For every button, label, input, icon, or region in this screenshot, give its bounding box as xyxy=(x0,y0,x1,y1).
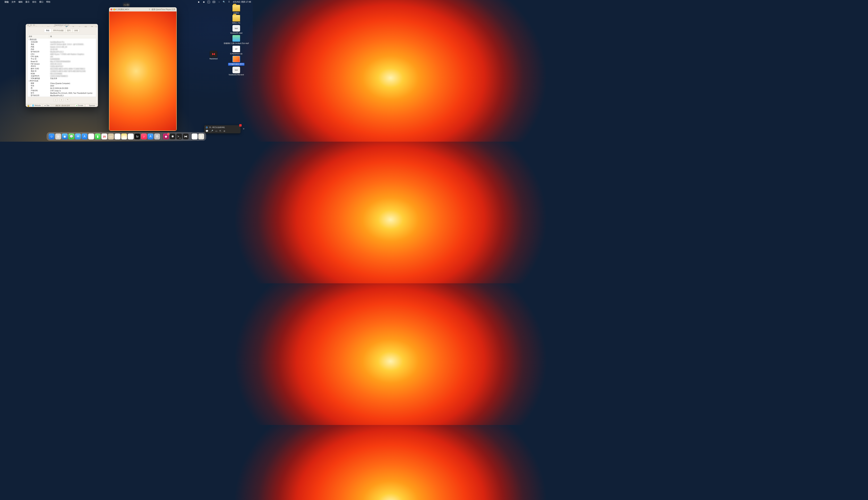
clock[interactable]: 4月25日 周四 17:48 xyxy=(233,1,251,3)
dock-todesk[interactable]: ◆ xyxy=(163,134,169,139)
screenshare-toggle-icon[interactable]: ↘ xyxy=(124,4,126,6)
segment-0[interactable]: 系统 xyxy=(44,29,52,32)
dock-finder[interactable]: ☺ xyxy=(49,134,55,139)
menu-file[interactable]: 文件 xyxy=(11,1,16,3)
dock-textedit[interactable]: ▤ xyxy=(192,134,197,139)
quicktime-video[interactable] xyxy=(109,11,177,131)
close-remote-icon[interactable]: ⊗ xyxy=(224,130,225,132)
menu-window[interactable]: 窗口 xyxy=(39,1,43,3)
toolbar-power[interactable]: ⏻电源 xyxy=(89,26,95,27)
section-row[interactable]: 系统信息 xyxy=(27,38,96,41)
dock-hackintool[interactable]: ⧓ xyxy=(183,134,189,139)
toolbar-system[interactable]: ⌂系统 xyxy=(27,26,32,27)
lock-icon[interactable]: 🔒 xyxy=(27,104,30,107)
open-with-quicktime[interactable]: 使用 QuickTime Player 打开 xyxy=(151,8,175,11)
control-center-icon[interactable]: ⠿ xyxy=(228,1,230,3)
col-name[interactable]: 名称 xyxy=(27,35,49,38)
dock-contacts[interactable]: ▭ xyxy=(108,134,114,139)
dock-trash[interactable]: 🗑 xyxy=(198,134,204,139)
tool-1[interactable]: ⎅ xyxy=(54,98,57,102)
dock-voice[interactable]: ✱ xyxy=(170,134,175,139)
upload-icon[interactable]: ⇱ xyxy=(219,130,221,132)
wifi-icon[interactable]: ⧜ xyxy=(218,1,220,3)
todesk-status-icon[interactable]: ◆ xyxy=(197,1,200,3)
desktop-voodooi2chid-kext[interactable]: kextVoodooI2CHID.kext xyxy=(223,67,249,76)
desktop-voodooi2c-kext[interactable]: kextVoodooI2C.kext xyxy=(223,25,249,34)
hackintool-app-icon[interactable]: ⧓ Hackintool xyxy=(207,51,220,60)
app-menu[interactable]: 访达 xyxy=(4,1,9,3)
dock-launchpad[interactable]: ⊞ xyxy=(55,134,61,139)
remote-control-toast[interactable]: 👤13...80正在远程本机 💬 🎤 ▭ ⇱ ⊗ xyxy=(204,125,241,133)
sponsor-button[interactable]: ♡Sponsor xyxy=(85,104,96,107)
dock-terminal[interactable]: >_ xyxy=(176,134,182,139)
tool-2[interactable]: ⎆ xyxy=(60,98,64,102)
traffic-lights[interactable] xyxy=(27,24,35,26)
dock-facetime[interactable]: ▮ xyxy=(95,134,101,139)
dock-appstore2[interactable]: A xyxy=(148,134,153,139)
dock-calendar[interactable]: 25 xyxy=(101,134,107,139)
desktop-untitled-folder[interactable]: Untitled xyxy=(229,5,243,14)
toolbar-usb[interactable]: ψUSB xyxy=(70,26,76,27)
segment-3[interactable]: 杂项 xyxy=(72,29,80,32)
minimize-icon[interactable] xyxy=(30,24,32,26)
dock-freeform[interactable]: ✎ xyxy=(128,134,134,139)
quicktime-titlebar[interactable]: ▸VDA解码测试.MOV ⇪ 使用 QuickTime Player 打开 xyxy=(109,7,177,11)
website-button[interactable]: 🌐Website xyxy=(31,104,42,107)
dock-reminders[interactable]: ☑ xyxy=(115,134,121,139)
toolbar-kext[interactable]: ⊞内核扩展 xyxy=(52,26,57,27)
toolbar-boot[interactable]: ⇥引导 xyxy=(39,26,45,27)
input-source[interactable]: A xyxy=(207,1,210,3)
hackintool-window[interactable]: Hackintool v4.0.3 ⌂系统✎应用补丁⇥引导▭NVRAM⊞内核扩展… xyxy=(26,24,98,107)
menu-go[interactable]: 前往 xyxy=(32,1,36,3)
menu-view[interactable]: 显示 xyxy=(25,1,30,3)
menu-help[interactable]: 帮助 xyxy=(46,1,50,3)
traffic-lights[interactable] xyxy=(111,9,118,10)
dock-messages[interactable]: 💬 xyxy=(68,134,74,139)
segment-control[interactable]: 系统序列号生成器型号杂项 xyxy=(44,29,80,33)
chat-icon[interactable]: 💬 xyxy=(206,130,208,132)
close-icon[interactable] xyxy=(111,9,112,10)
desktop-win11pe-folder[interactable]: WIN11 PE xyxy=(229,15,243,24)
toolbar-nvram[interactable]: ▭NVRAM xyxy=(45,26,51,27)
dock-appstore[interactable]: A xyxy=(82,134,88,139)
dock-tv[interactable]: tv xyxy=(134,134,140,139)
desktop-audio-mp3[interactable]: 音频测试 儿歌小白兔白又白.mp3 xyxy=(223,35,249,45)
star-button[interactable]: ★Star xyxy=(43,104,51,107)
dock[interactable]: ☺⊞◉💬✉A✿▮25▭☑▤✎tv♪A⚙◆✱>_⧓▤🗑 xyxy=(47,132,206,141)
remote-expand-icon[interactable]: » xyxy=(243,127,244,130)
donate-button[interactable]: ●Donate xyxy=(75,104,84,107)
screen-icon[interactable]: ▭ xyxy=(215,130,217,132)
screenrec-icon[interactable]: ◉ xyxy=(203,1,205,3)
battery-status[interactable]: 83 xyxy=(213,1,215,3)
zoom-icon[interactable] xyxy=(33,24,35,26)
dock-settings[interactable]: ⚙ xyxy=(154,134,160,139)
section-row[interactable]: 序列号信息 xyxy=(27,80,96,82)
toolbar-pcie[interactable]: ▥PCIe xyxy=(83,26,89,27)
mic-icon[interactable]: 🎤 xyxy=(210,130,213,132)
spotlight-icon[interactable]: 🔍 xyxy=(223,1,225,3)
export-icon[interactable]: ⇱ xyxy=(66,98,70,102)
toolbar-patch[interactable]: ✎应用补丁 xyxy=(33,26,38,27)
menu-edit[interactable]: 编辑 xyxy=(19,1,23,3)
toolbar-disk[interactable]: ▯磁盘 xyxy=(77,26,82,27)
table-body[interactable]: 系统信息主机名称hackMacBook-Pro系统macOS Ventura 版… xyxy=(27,38,96,97)
toolbar-display[interactable]: ▢显示器 xyxy=(58,26,64,27)
dock-safari[interactable]: ◉ xyxy=(62,134,68,139)
segment-2[interactable]: 型号 xyxy=(66,29,72,32)
desktop-hackintool-zip[interactable]: ZIP5.Hackintool.zip xyxy=(229,46,243,55)
toolbar-overflow-icon[interactable]: » xyxy=(95,26,98,27)
dock-mail[interactable]: ✉ xyxy=(75,134,81,139)
dock-notes[interactable]: ▤ xyxy=(121,134,127,139)
desktop-vda-mov[interactable]: VDA解码测试.MOV xyxy=(223,56,249,66)
share-icon[interactable]: ⇪ xyxy=(149,8,150,11)
hackintool-titlebar[interactable]: Hackintool v4.0.3 xyxy=(26,24,98,26)
dock-photos[interactable]: ✿ xyxy=(88,134,94,139)
zoom-icon[interactable] xyxy=(116,9,118,10)
quicktime-window[interactable]: ▸VDA解码测试.MOV ⇪ 使用 QuickTime Player 打开 xyxy=(109,7,177,131)
minimize-icon[interactable] xyxy=(113,9,115,10)
screenshare-stop-icon[interactable]: ✕ xyxy=(127,4,129,6)
segment-1[interactable]: 序列号生成器 xyxy=(52,29,66,32)
dock-music[interactable]: ♪ xyxy=(141,134,147,139)
col-value[interactable]: 值 xyxy=(49,35,96,38)
toolbar-sound[interactable]: 🔊音频 xyxy=(64,26,70,27)
